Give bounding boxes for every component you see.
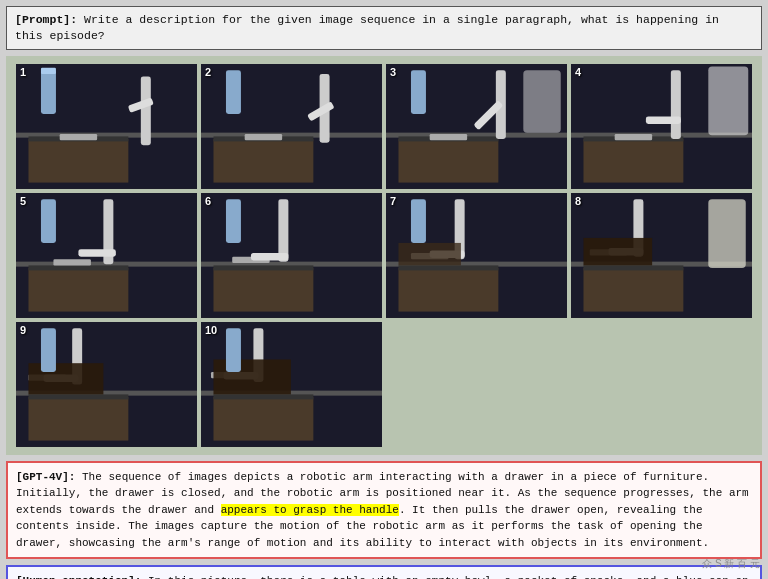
svg-rect-31	[671, 70, 681, 139]
svg-rect-45	[213, 265, 313, 270]
svg-rect-2	[28, 139, 128, 183]
svg-rect-33	[708, 67, 748, 136]
image-cell-empty-2	[571, 322, 752, 447]
svg-rect-79	[213, 397, 313, 441]
svg-rect-62	[583, 265, 683, 270]
main-container: [Prompt]: Write a description for the gi…	[0, 0, 768, 579]
image-cell-2: 2	[201, 64, 382, 189]
svg-rect-38	[53, 259, 90, 265]
svg-rect-44	[213, 268, 313, 312]
svg-rect-47	[278, 199, 288, 261]
cell-number-5: 5	[20, 195, 26, 207]
svg-rect-57	[398, 243, 460, 265]
svg-rect-53	[398, 265, 498, 270]
image-cell-1: 1	[16, 64, 197, 189]
svg-rect-28	[583, 139, 683, 183]
image-cell-5: 5	[16, 193, 197, 318]
cell-number-7: 7	[390, 195, 396, 207]
cell-number-9: 9	[20, 324, 26, 336]
image-cell-9: 9	[16, 322, 197, 447]
cell-number-8: 8	[575, 195, 581, 207]
svg-rect-19	[398, 139, 498, 183]
svg-rect-30	[615, 134, 652, 140]
cell-number-4: 4	[575, 66, 581, 78]
svg-rect-13	[245, 134, 282, 140]
svg-rect-48	[251, 253, 288, 260]
svg-rect-71	[28, 394, 128, 399]
cell-number-10: 10	[205, 324, 217, 336]
svg-rect-76	[41, 328, 56, 372]
svg-rect-85	[226, 328, 241, 372]
image-grid: 1 2	[16, 64, 752, 446]
svg-rect-67	[708, 199, 745, 268]
svg-rect-8	[41, 68, 56, 74]
prompt-label: [Prompt]:	[15, 13, 77, 26]
svg-rect-40	[78, 249, 115, 256]
gpt-highlight: appears to grasp the handle	[221, 504, 399, 516]
gpt-box: [GPT-4V]: The sequence of images depicts…	[6, 461, 762, 560]
svg-rect-25	[523, 70, 560, 132]
svg-rect-11	[213, 139, 313, 183]
cell-number-3: 3	[390, 66, 396, 78]
svg-rect-84	[213, 359, 290, 394]
cell-number-6: 6	[205, 195, 211, 207]
image-cell-4: 4	[571, 64, 752, 189]
svg-rect-70	[28, 397, 128, 441]
svg-rect-37	[28, 265, 128, 270]
svg-rect-24	[411, 70, 426, 114]
svg-rect-75	[28, 363, 103, 394]
svg-rect-66	[583, 238, 652, 265]
svg-rect-4	[60, 134, 97, 140]
svg-rect-52	[398, 268, 498, 312]
svg-rect-36	[28, 268, 128, 312]
human-annotation-box: [Human annotation]: In this picture, the…	[6, 565, 762, 579]
svg-rect-58	[411, 199, 426, 243]
image-grid-container: 1 2	[6, 56, 762, 454]
svg-rect-61	[583, 268, 683, 312]
svg-rect-5	[141, 77, 151, 146]
svg-rect-7	[41, 70, 56, 114]
cell-number-1: 1	[20, 66, 26, 78]
image-cell-6: 6	[201, 193, 382, 318]
svg-rect-32	[646, 117, 681, 124]
cell-number-2: 2	[205, 66, 211, 78]
watermark: 众 S 新 百 元	[702, 557, 760, 571]
image-cell-8: 8	[571, 193, 752, 318]
svg-rect-16	[226, 70, 241, 114]
prompt-text: Write a description for the given image …	[15, 13, 719, 42]
svg-rect-41	[41, 199, 56, 243]
image-cell-3: 3	[386, 64, 567, 189]
image-cell-empty-1	[386, 322, 567, 447]
gpt-label: [GPT-4V]:	[16, 471, 75, 483]
svg-rect-21	[430, 134, 467, 140]
image-cell-7: 7	[386, 193, 567, 318]
svg-rect-80	[213, 394, 313, 399]
image-cell-10: 10	[201, 322, 382, 447]
human-label: [Human annotation]:	[16, 575, 141, 579]
prompt-box: [Prompt]: Write a description for the gi…	[6, 6, 762, 50]
svg-rect-49	[226, 199, 241, 243]
